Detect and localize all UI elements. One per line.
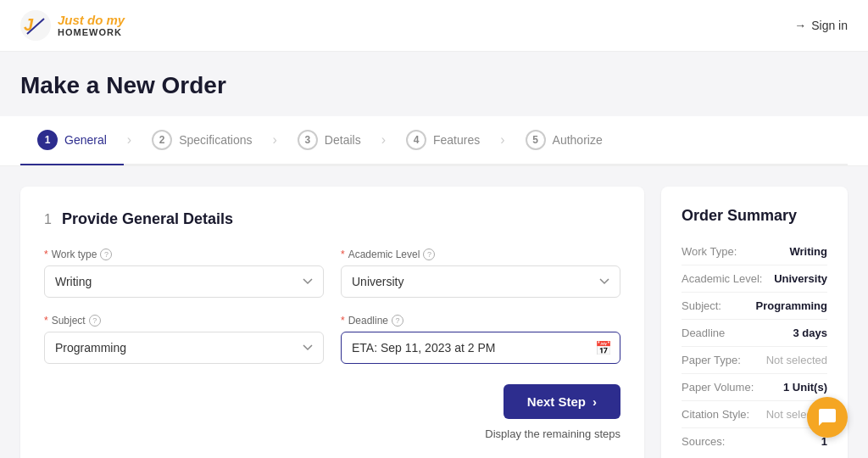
- display-steps-link[interactable]: Display the remaining steps: [485, 427, 620, 440]
- deadline-input[interactable]: [341, 332, 620, 364]
- subject-group: * Subject ? Programming: [44, 315, 324, 364]
- summary-work-type-label: Work Type:: [682, 245, 737, 258]
- academic-level-required: *: [341, 249, 345, 260]
- step-1-label: General: [64, 133, 107, 147]
- summary-row-paper-volume: Paper Volume: 1 Unit(s): [682, 374, 827, 401]
- svg-text:J: J: [24, 15, 34, 34]
- stepper-container: 1 General › 2 Specifications › 3 Details…: [0, 116, 868, 166]
- step-authorize[interactable]: 5 Authorize: [509, 116, 620, 164]
- step-5-label: Authorize: [553, 133, 603, 147]
- summary-paper-volume-label: Paper Volume:: [682, 381, 754, 394]
- summary-subject-label: Subject:: [682, 299, 721, 312]
- academic-level-label: * Academic Level ?: [341, 249, 620, 260]
- summary-title: Order Summary: [682, 207, 827, 225]
- step-2-number: 2: [152, 130, 172, 150]
- logo-text: Just do my HOMEWORK: [58, 14, 125, 38]
- summary-row-work-type: Work Type: Writing: [682, 238, 827, 265]
- summary-row-paper-type: Paper Type: Not selected: [682, 347, 827, 374]
- sign-in-label: Sign in: [811, 19, 848, 32]
- work-type-required: *: [44, 249, 48, 260]
- academic-level-info-icon[interactable]: ?: [423, 249, 435, 260]
- subject-info-icon[interactable]: ?: [89, 315, 101, 327]
- summary-row-academic-level: Academic Level: University: [682, 265, 827, 293]
- work-type-info-icon[interactable]: ?: [100, 249, 112, 260]
- chat-button[interactable]: [807, 397, 848, 438]
- summary-row-deadline: Deadline 3 days: [682, 320, 827, 347]
- form-row-1: * Work type ? Writing * Academic Level ?…: [44, 249, 620, 298]
- summary-row-sources: Sources: 1: [682, 428, 827, 455]
- summary-citation-style-label: Citation Style:: [682, 408, 749, 421]
- step-1-number: 1: [37, 130, 58, 150]
- step-5-number: 5: [526, 130, 546, 150]
- header: J Just do my HOMEWORK → Sign in: [0, 0, 868, 52]
- academic-level-select[interactable]: University: [341, 265, 620, 298]
- sign-in-arrow-icon: →: [794, 19, 806, 32]
- work-type-label: * Work type ?: [44, 249, 324, 260]
- next-step-label: Next Step: [527, 394, 586, 409]
- work-type-group: * Work type ? Writing: [44, 249, 324, 298]
- stepper: 1 General › 2 Specifications › 3 Details…: [20, 116, 848, 165]
- work-type-select[interactable]: Writing: [44, 265, 324, 298]
- subject-required: *: [44, 315, 48, 327]
- step-3-label: Details: [325, 133, 361, 147]
- calendar-icon[interactable]: 📅: [595, 340, 612, 356]
- step-features[interactable]: 4 Features: [389, 116, 497, 164]
- logo-homework-text: HOMEWORK: [58, 27, 125, 37]
- summary-row-subject: Subject: Programming: [682, 293, 827, 320]
- step-4-number: 4: [406, 130, 426, 150]
- summary-deadline-value: 3 days: [793, 327, 827, 339]
- form-section-number: 1: [44, 212, 52, 227]
- summary-work-type-value: Writing: [789, 245, 827, 258]
- summary-paper-type-value: Not selected: [766, 354, 827, 366]
- next-step-button[interactable]: Next Step ›: [504, 384, 620, 419]
- subject-select[interactable]: Programming: [44, 332, 324, 364]
- summary-subject-value: Programming: [755, 299, 827, 312]
- summary-academic-level-value: University: [774, 272, 827, 285]
- subject-label: * Subject ?: [44, 315, 324, 327]
- step-arrow-4: ›: [497, 132, 508, 148]
- summary-academic-level-label: Academic Level:: [682, 272, 762, 285]
- summary-paper-volume-value: 1 Unit(s): [783, 381, 827, 394]
- deadline-info-icon[interactable]: ?: [392, 315, 403, 327]
- form-section-title: Provide General Details: [62, 210, 233, 228]
- form-actions: Next Step › Display the remaining steps: [44, 384, 620, 440]
- step-3-number: 3: [298, 130, 318, 150]
- form-row-2: * Subject ? Programming * Deadline ? 📅: [44, 315, 620, 364]
- main-layout: 1 Provide General Details * Work type ? …: [0, 166, 868, 458]
- form-card: 1 Provide General Details * Work type ? …: [20, 187, 644, 458]
- step-general[interactable]: 1 General: [20, 116, 124, 165]
- sign-in-button[interactable]: → Sign in: [794, 19, 848, 32]
- step-arrow-1: ›: [124, 132, 135, 148]
- logo: J Just do my HOMEWORK: [20, 10, 125, 41]
- logo-icon: J: [20, 10, 51, 41]
- step-details[interactable]: 3 Details: [281, 116, 378, 164]
- summary-deadline-label: Deadline: [682, 327, 725, 339]
- summary-row-citation-style: Citation Style: Not selected: [682, 401, 827, 428]
- summary-sources-label: Sources:: [682, 435, 725, 448]
- deadline-input-wrapper: 📅: [341, 332, 620, 364]
- summary-paper-type-label: Paper Type:: [682, 354, 741, 366]
- step-specifications[interactable]: 2 Specifications: [135, 116, 269, 164]
- deadline-label: * Deadline ?: [341, 315, 620, 327]
- deadline-required: *: [341, 315, 345, 327]
- step-arrow-3: ›: [378, 132, 389, 148]
- academic-level-group: * Academic Level ? University: [341, 249, 620, 298]
- logo-just-text: Just do my: [58, 14, 125, 28]
- page-content: Make a New Order: [0, 52, 868, 99]
- form-card-header: 1 Provide General Details: [44, 210, 620, 228]
- step-arrow-2: ›: [270, 132, 281, 148]
- chat-icon: [817, 407, 837, 427]
- step-4-label: Features: [433, 133, 480, 147]
- next-step-arrow-icon: ›: [593, 394, 597, 409]
- step-2-label: Specifications: [179, 133, 252, 147]
- page-title: Make a New Order: [20, 72, 848, 99]
- deadline-group: * Deadline ? 📅: [341, 315, 620, 364]
